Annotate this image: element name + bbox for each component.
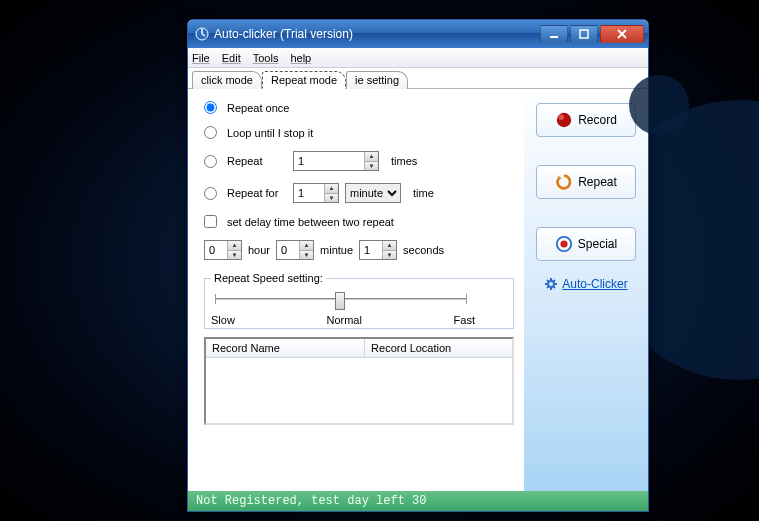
chevron-down-icon[interactable]: ▼ xyxy=(325,194,338,203)
speed-label-slow: Slow xyxy=(211,314,235,326)
status-text: Not Registered, test day left 30 xyxy=(196,494,426,508)
delay-minute-stepper[interactable]: ▲▼ xyxy=(276,240,314,260)
checkbox-set-delay[interactable] xyxy=(204,215,217,228)
tab-ie-setting[interactable]: ie setting xyxy=(346,71,408,89)
label-repeat-once: Repeat once xyxy=(227,102,289,114)
svg-point-4 xyxy=(557,113,571,127)
menu-help[interactable]: help xyxy=(290,52,311,64)
records-table[interactable]: Record Name Record Location xyxy=(204,337,514,425)
radio-repeat-once[interactable] xyxy=(204,101,217,114)
speed-label-normal: Normal xyxy=(326,314,361,326)
auto-clicker-link-label: Auto-Clicker xyxy=(562,277,627,291)
maximize-button[interactable] xyxy=(570,25,598,43)
svg-point-7 xyxy=(560,240,567,247)
svg-rect-3 xyxy=(580,30,588,38)
record-button[interactable]: Record xyxy=(536,103,636,137)
main-panel: Repeat once Loop until I stop it Repeat … xyxy=(188,89,524,491)
chevron-down-icon[interactable]: ▼ xyxy=(383,251,396,260)
label-repeat-for-suffix: time xyxy=(413,187,434,199)
chevron-up-icon[interactable]: ▲ xyxy=(383,241,396,251)
label-hour: hour xyxy=(248,244,270,256)
window-title: Auto-clicker (Trial version) xyxy=(214,27,540,41)
menubar: File Edit Tools help xyxy=(188,48,648,68)
chevron-up-icon[interactable]: ▲ xyxy=(325,184,338,194)
special-button-label: Special xyxy=(578,237,617,251)
minimize-button[interactable] xyxy=(540,25,568,43)
radio-repeat-for[interactable] xyxy=(204,187,217,200)
app-window: Auto-clicker (Trial version) File Edit T… xyxy=(187,19,649,512)
column-record-location[interactable]: Record Location xyxy=(365,339,512,357)
repeat-button-label: Repeat xyxy=(578,175,617,189)
label-minute: mintue xyxy=(320,244,353,256)
slider-thumb[interactable] xyxy=(335,292,345,310)
label-repeat-unit: times xyxy=(391,155,417,167)
delay-second-input[interactable] xyxy=(360,241,382,259)
repeat-button[interactable]: Repeat xyxy=(536,165,636,199)
menu-edit[interactable]: Edit xyxy=(222,52,241,64)
tab-repeat-mode[interactable]: Repeat mode xyxy=(262,71,346,89)
tab-click-mode[interactable]: click mode xyxy=(192,71,262,89)
chevron-up-icon[interactable]: ▲ xyxy=(228,241,241,251)
label-repeat: Repeat xyxy=(227,155,287,167)
chevron-up-icon[interactable]: ▲ xyxy=(365,152,378,162)
delay-minute-input[interactable] xyxy=(277,241,299,259)
label-seconds: seconds xyxy=(403,244,444,256)
repeat-for-input[interactable] xyxy=(294,184,324,202)
record-button-label: Record xyxy=(578,113,617,127)
delay-second-stepper[interactable]: ▲▼ xyxy=(359,240,397,260)
repeat-for-stepper[interactable]: ▲▼ xyxy=(293,183,339,203)
special-icon xyxy=(555,235,573,253)
label-loop-until-stop: Loop until I stop it xyxy=(227,127,313,139)
speed-label-fast: Fast xyxy=(454,314,475,326)
column-record-name[interactable]: Record Name xyxy=(206,339,365,357)
side-panel: Record Repeat Special Auto-Clicker xyxy=(524,89,648,491)
svg-point-8 xyxy=(548,281,554,287)
close-button[interactable] xyxy=(600,25,644,43)
gear-icon xyxy=(544,277,558,291)
special-button[interactable]: Special xyxy=(536,227,636,261)
record-icon xyxy=(555,111,573,129)
speed-legend: Repeat Speed setting: xyxy=(211,272,326,284)
repeat-for-unit-select[interactable]: minute xyxy=(345,183,401,203)
label-set-delay: set delay time between two repeat xyxy=(227,216,394,228)
titlebar[interactable]: Auto-clicker (Trial version) xyxy=(188,20,648,48)
label-repeat-for: Repeat for xyxy=(227,187,287,199)
delay-hour-input[interactable] xyxy=(205,241,227,259)
menu-file[interactable]: File xyxy=(192,52,210,64)
menu-tools[interactable]: Tools xyxy=(253,52,279,64)
repeat-count-stepper[interactable]: ▲▼ xyxy=(293,151,379,171)
auto-clicker-link[interactable]: Auto-Clicker xyxy=(544,277,627,291)
statusbar: Not Registered, test day left 30 xyxy=(188,491,648,511)
repeat-count-input[interactable] xyxy=(294,152,364,170)
chevron-down-icon[interactable]: ▼ xyxy=(300,251,313,260)
app-icon xyxy=(194,26,210,42)
delay-hour-stepper[interactable]: ▲▼ xyxy=(204,240,242,260)
svg-point-5 xyxy=(559,115,564,120)
chevron-down-icon[interactable]: ▼ xyxy=(228,251,241,260)
radio-loop-until-stop[interactable] xyxy=(204,126,217,139)
chevron-down-icon[interactable]: ▼ xyxy=(365,162,378,171)
speed-fieldset: Repeat Speed setting: Slow Normal Fast xyxy=(204,272,514,329)
repeat-icon xyxy=(555,173,573,191)
chevron-up-icon[interactable]: ▲ xyxy=(300,241,313,251)
tab-bar: click mode Repeat mode ie setting xyxy=(188,68,648,89)
radio-repeat[interactable] xyxy=(204,155,217,168)
speed-slider[interactable] xyxy=(211,290,471,312)
svg-rect-2 xyxy=(550,36,558,38)
